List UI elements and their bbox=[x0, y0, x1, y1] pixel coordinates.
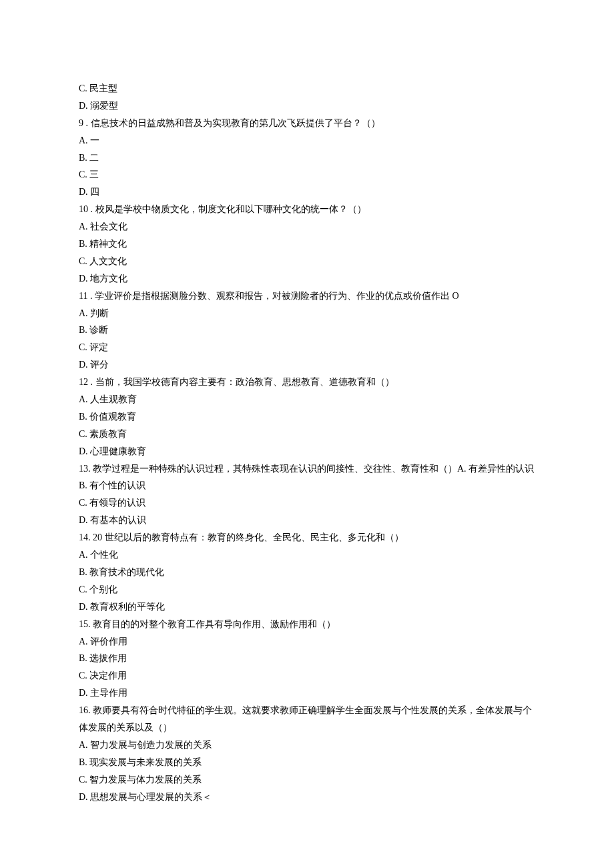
document-line: B. 现实发展与未来发展的关系 bbox=[79, 754, 535, 771]
document-line: D. 教育权利的平等化 bbox=[79, 598, 535, 616]
document-line: 9 . 信息技术的日益成熟和普及为实现教育的第几次飞跃提供了平台？（） bbox=[79, 115, 535, 132]
document-line: B. 二 bbox=[79, 149, 535, 167]
document-line: B. 诊断 bbox=[79, 322, 535, 339]
document-line: D. 主导作用 bbox=[79, 685, 535, 702]
document-line: C. 个别化 bbox=[79, 581, 535, 598]
document-line: A. 社会文化 bbox=[79, 218, 535, 236]
document-line: C. 智力发展与体力发展的关系 bbox=[79, 771, 535, 789]
document-line: B. 有个性的认识 bbox=[79, 477, 535, 494]
document-line: C. 素质教育 bbox=[79, 426, 535, 443]
document-line: C. 决定作用 bbox=[79, 667, 535, 685]
document-line: 11 . 学业评价是指根据测脸分数、观察和报告，对被测险者的行为、作业的优点或价… bbox=[79, 288, 535, 305]
document-line: B. 教育技术的现代化 bbox=[79, 564, 535, 581]
document-line: 16. 教师要具有符合时代特征的学生观。这就要求教师正确理解学生全面发展与个性发… bbox=[79, 702, 535, 737]
document-line: 15. 教育目的的对整个教育工作具有导向作用、激励作用和（） bbox=[79, 616, 535, 633]
document-line: A. 个性化 bbox=[79, 546, 535, 564]
document-line: A. 评价作用 bbox=[79, 633, 535, 650]
document-line: A. 智力发展与创造力发展的关系 bbox=[79, 737, 535, 754]
document-line: C. 评定 bbox=[79, 339, 535, 356]
document-line: C. 三 bbox=[79, 166, 535, 183]
document-line: C. 民主型 bbox=[79, 80, 535, 97]
document-line: 14. 20 世纪以后的教育特点有：教育的终身化、全民化、民主化、多元化和（） bbox=[79, 529, 535, 546]
document-line: D. 溺爱型 bbox=[79, 97, 535, 115]
document-line: A. 一 bbox=[79, 132, 535, 149]
document-line: D. 四 bbox=[79, 183, 535, 201]
document-line: D. 有基本的认识 bbox=[79, 512, 535, 529]
document-line: B. 选拔作用 bbox=[79, 650, 535, 667]
document-line: C. 有领导的认识 bbox=[79, 494, 535, 512]
document-line: B. 价值观教育 bbox=[79, 408, 535, 426]
document-line: 12 . 当前，我国学校德育内容主要有：政治教育、思想教育、道德教育和（） bbox=[79, 374, 535, 391]
document-line: A. 人生观教育 bbox=[79, 391, 535, 408]
document-line: 13. 教学过程是一种特殊的认识过程，其特殊性表现在认识的间接性、交往性、教育性… bbox=[79, 460, 535, 478]
document-line: A. 判断 bbox=[79, 305, 535, 322]
document-line: D. 心理健康教育 bbox=[79, 443, 535, 460]
document-line: D. 评分 bbox=[79, 356, 535, 374]
document-line: D. 思想发展与心理发展的关系＜ bbox=[79, 789, 535, 806]
document-line: D. 地方文化 bbox=[79, 270, 535, 288]
document-line: B. 精神文化 bbox=[79, 236, 535, 253]
document-line: C. 人文文化 bbox=[79, 253, 535, 270]
document-line: 10 . 校风是学校中物质文化，制度文化和以下哪种文化的统一体？（） bbox=[79, 201, 535, 218]
